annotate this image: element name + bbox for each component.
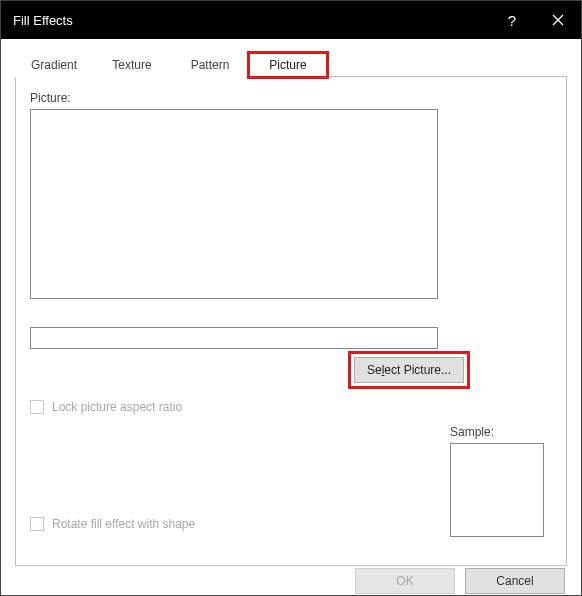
- tab-texture[interactable]: Texture: [93, 53, 171, 77]
- titlebar: Fill Effects ?: [1, 1, 581, 39]
- tab-pattern[interactable]: Pattern: [171, 53, 249, 77]
- close-button[interactable]: [535, 1, 581, 39]
- lock-aspect-label: Lock picture aspect ratio: [52, 400, 182, 414]
- fill-effects-dialog: Fill Effects ? Gradient Texture Pattern …: [0, 0, 582, 596]
- help-button[interactable]: ?: [489, 1, 535, 39]
- cancel-button[interactable]: Cancel: [465, 568, 565, 594]
- rotate-fill-checkbox[interactable]: Rotate fill effect with shape: [30, 517, 195, 531]
- checkbox-icon: [30, 400, 44, 414]
- dialog-content: Gradient Texture Pattern Picture Picture…: [1, 39, 581, 566]
- tab-gradient[interactable]: Gradient: [15, 53, 93, 77]
- ok-button: OK: [355, 568, 455, 594]
- picture-name-input[interactable]: [30, 327, 438, 349]
- dialog-buttons: OK Cancel: [1, 566, 581, 595]
- lock-aspect-checkbox[interactable]: Lock picture aspect ratio: [30, 400, 182, 414]
- sample-preview: [450, 443, 544, 537]
- rotate-fill-label: Rotate fill effect with shape: [52, 517, 195, 531]
- select-picture-label: Select Picture...: [367, 363, 451, 377]
- picture-tab-panel: Picture: Select Picture... Lock picture …: [15, 76, 567, 566]
- dialog-title: Fill Effects: [13, 13, 489, 28]
- tab-strip: Gradient Texture Pattern Picture: [15, 53, 567, 77]
- picture-preview: [30, 109, 438, 299]
- select-picture-button[interactable]: Select Picture...: [354, 357, 464, 383]
- sample-label: Sample:: [450, 425, 494, 439]
- picture-label: Picture:: [30, 91, 552, 105]
- tab-picture[interactable]: Picture: [249, 53, 327, 77]
- close-icon: [552, 14, 564, 26]
- checkbox-icon: [30, 517, 44, 531]
